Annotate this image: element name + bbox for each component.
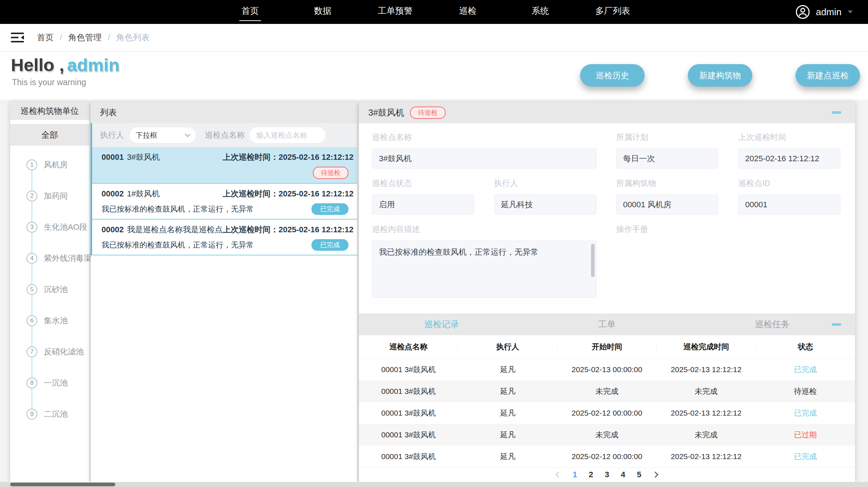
detail-header: 3#鼓风机 待巡检 [359,102,855,123]
table-row: 00001 3#鼓风机延凡未完成未完成已过期 [359,424,855,446]
cell-start-time: 2025-02-12 00:00:00 [557,452,657,461]
nav-item[interactable]: 首页 [214,3,286,21]
tab-active[interactable]: 巡检记录 [359,319,524,330]
inspection-point-item[interactable]: 000013#鼓风机上次巡检时间：2025-02-16 12:12:12待巡检 [91,147,357,184]
page-number[interactable]: 5 [637,470,641,479]
step-number-icon: 2 [26,191,37,201]
field-label: 所属构筑物 [616,178,719,189]
page-number[interactable]: 3 [605,470,609,479]
textarea-scrollbar-thumb[interactable] [591,244,595,277]
structure-sidebar: 巡检构筑物单位 全部 1风机房2加药间3生化池AO段4紫外线消毒渠5沉砂池6集水… [10,102,89,482]
detail-field: 巡检点ID00001 [738,178,840,215]
description-textarea[interactable]: 我已按标准的检查鼓风机，正常运行，无异常 [372,241,596,298]
inspection-point-list-panel: 列表 执行人 下拉框 巡检点名称 000013#鼓风机上次巡检时间：2025-0… [91,102,357,482]
nav-item[interactable]: 工单预警 [359,3,431,21]
collapse-icon[interactable] [832,323,841,326]
table-row: 00001 3#鼓风机延凡未完成未完成待巡检 [359,380,855,402]
action-button[interactable]: 巡检历史 [580,64,645,87]
breadcrumb-item: 角色列表 [116,32,150,43]
nav-item[interactable]: 巡检 [431,3,504,21]
cell-finish-time: 未完成 [657,386,756,396]
field-label: 巡检点名称 [372,132,596,143]
structure-name: 风机房 [44,159,68,170]
point-name-search-input[interactable] [249,127,326,143]
description-field: 巡检内容描述我已按标准的检查鼓风机，正常运行，无异常 [372,224,596,298]
filter-row: 执行人 下拉框 巡检点名称 [91,123,357,147]
hero-section: Hello ,admin This is your warning 巡检历史新建… [0,52,868,100]
point-name: 000021#鼓风机 [102,188,160,199]
sidebar-structure-item[interactable]: 2加药间 [10,180,89,212]
action-button[interactable]: 新建构筑物 [688,64,752,87]
nav-item-label: 首页 [239,3,261,21]
detail-field: 所属构筑物00001 风机房 [616,178,719,215]
cell-executor: 延凡 [458,451,558,462]
cell-status: 待巡检 [756,386,855,396]
cell-finish-time: 未完成 [657,430,756,440]
collapse-icon[interactable] [832,111,841,114]
action-button[interactable]: 新建点巡检 [795,64,860,87]
table-column-header: 巡检点名称 [359,342,458,352]
sidebar-item-all[interactable]: 全部 [10,124,89,146]
user-menu[interactable]: admin [795,4,853,20]
nav-item[interactable]: 数据 [286,3,359,21]
sidebar-structure-item[interactable]: 7反硝化滤池 [10,336,89,367]
menu-fold-icon[interactable] [11,33,24,42]
field-value: 2025-02-16 12:12:12 [738,149,840,168]
field-label: 巡检点状态 [372,178,474,189]
detail-tabs: 巡检记录工单巡检任务 [359,313,855,335]
step-number-icon: 9 [26,409,37,420]
page-number[interactable]: 2 [589,470,593,479]
detail-field: 所属计划每日一次 [616,132,719,168]
tab-item[interactable]: 工单 [524,319,690,330]
field-value: 延凡科技 [494,195,596,215]
table-header-row: 巡检点名称执行人开始时间巡检完成时间状态 [359,335,855,359]
page-number[interactable]: 1 [573,470,577,479]
structure-name: 反硝化滤池 [44,346,84,357]
cell-point-name: 00001 3#鼓风机 [359,451,458,462]
hero-buttons: 巡检历史新建构筑物新建点巡检 [580,64,860,87]
breadcrumb-item[interactable]: 首页 [37,32,54,43]
sidebar-structure-item[interactable]: 3生化池AO段 [10,212,89,243]
chevron-down-icon [848,11,853,13]
horizontal-scrollbar-thumb[interactable] [10,483,115,486]
point-name-filter-label: 巡检点名称 [205,130,245,141]
cell-executor: 延凡 [458,386,558,396]
top-nav: 首页数据工单预警巡检系统多厂列表 admin [0,0,868,24]
detail-field: 巡检点状态启用 [372,178,474,215]
sidebar-structure-item[interactable]: 9二沉池 [10,399,89,430]
point-item-row2: 我已按标准的检查鼓风机，正常运行，无异常已完成 [102,203,354,215]
nav-item[interactable]: 系统 [504,3,576,21]
sidebar-structure-item[interactable]: 6集水池 [10,305,89,336]
sidebar-structure-item[interactable]: 1风机房 [10,149,89,180]
step-number-icon: 1 [26,159,37,170]
nav-item-label: 多厂列表 [593,3,632,20]
step-number-icon: 8 [26,378,37,388]
prev-page-icon[interactable] [557,473,561,477]
breadcrumb-separator: / [108,33,110,42]
sidebar-structure-item[interactable]: 8一沉池 [10,367,89,399]
last-inspection-time: 上次巡检时间：2025-02-16 12:12:12 [223,224,354,235]
cell-start-time: 未完成 [557,430,657,440]
executor-dropdown[interactable]: 下拉框 [129,127,196,143]
inspection-point-item[interactable]: 00002我是巡检点名称我是巡检点...上次巡检时间：2025-02-16 12… [91,220,357,255]
breadcrumb-item[interactable]: 角色管理 [68,32,102,43]
field-label: 上次巡检时间 [738,132,840,143]
nav-item[interactable]: 多厂列表 [576,3,649,21]
breadcrumb: 首页/角色管理/角色列表 [37,32,150,43]
detail-field: 执行人延凡科技 [494,178,596,215]
point-item-row2: 我已按标准的检查鼓风机，正常运行，无异常已完成 [102,239,354,251]
chevron-down-icon [185,131,191,137]
cell-point-name: 00001 3#鼓风机 [359,408,458,418]
tab-item[interactable]: 巡检任务 [690,319,855,330]
next-page-icon[interactable] [653,473,657,477]
sidebar-structure-item[interactable]: 5沉砂池 [10,274,89,305]
point-name: 00002我是巡检点名称我是巡检点... [102,224,223,235]
point-item-row2: 待巡检 [102,167,354,179]
cell-point-name: 00001 3#鼓风机 [359,430,458,440]
inspection-point-item[interactable]: 000021#鼓风机上次巡检时间：2025-02-16 12:12:12我已按标… [91,184,357,220]
main-content: 巡检构筑物单位 全部 1风机房2加药间3生化池AO段4紫外线消毒渠5沉砂池6集水… [0,100,868,487]
sidebar-structure-item[interactable]: 4紫外线消毒渠 [10,243,89,274]
point-description: 我已按标准的检查鼓风机，正常运行，无异常 [102,240,254,250]
page-number[interactable]: 4 [621,470,625,479]
status-badge: 已完成 [311,203,348,215]
